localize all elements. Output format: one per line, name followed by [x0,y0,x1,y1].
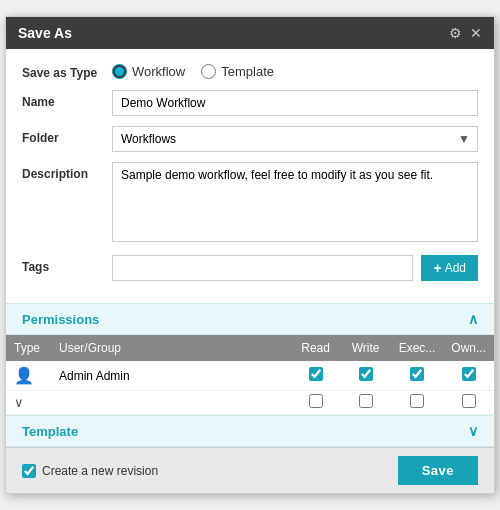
name-input[interactable] [112,90,478,116]
col-type-header: Type [6,335,51,361]
folder-select-wrapper: Workflows Templates My Workflows ▼ [112,126,478,152]
workflow-label: Workflow [132,64,185,79]
tags-control: + Add [112,255,478,281]
save-as-type-row: Save as Type Workflow Template [22,61,478,80]
plus-icon: + [433,260,441,276]
header-icons: ⚙ ✕ [449,25,482,41]
name-label: Name [22,90,112,109]
description-control: Sample demo workflow, feel free to modif… [112,162,478,245]
tags-input[interactable] [112,255,413,281]
save-as-type-label: Save as Type [22,61,112,80]
add-tag-button[interactable]: + Add [421,255,478,281]
empty-user-cell [51,391,291,415]
permissions-collapse-icon: ∧ [468,311,478,327]
permissions-table-header-row: Type User/Group Read Write Exec... Own..… [6,335,494,361]
template-radio[interactable] [201,64,216,79]
tags-input-row: + Add [112,255,478,281]
dialog-header: Save As ⚙ ✕ [6,17,494,49]
col-read-header: Read [291,335,341,361]
write-cell [341,361,391,391]
revision-checkbox-label[interactable]: Create a new revision [22,464,158,478]
col-own-header: Own... [443,335,494,361]
type-cell: 👤 [6,361,51,391]
expand-cell: ∨ [6,391,51,415]
empty-own-cell [443,391,494,415]
col-exec-header: Exec... [391,335,444,361]
workflow-radio[interactable] [112,64,127,79]
revision-checkbox[interactable] [22,464,36,478]
template-title: Template [22,424,78,439]
col-write-header: Write [341,335,391,361]
exec-checkbox[interactable] [410,367,424,381]
dialog-footer: Create a new revision Save [6,447,494,493]
dialog-title: Save As [18,25,72,41]
save-button[interactable]: Save [398,456,478,485]
folder-select[interactable]: Workflows Templates My Workflows [112,126,478,152]
description-label: Description [22,162,112,181]
save-as-type-control: Workflow Template [112,61,478,79]
user-icon: 👤 [14,367,34,384]
gear-icon[interactable]: ⚙ [449,25,462,41]
permissions-section-header[interactable]: Permissions ∧ [6,303,494,335]
own-checkbox-2[interactable] [462,394,476,408]
name-row: Name [22,90,478,116]
description-input[interactable]: Sample demo workflow, feel free to modif… [112,162,478,242]
workflow-radio-label[interactable]: Workflow [112,64,185,79]
add-button-label: Add [445,261,466,275]
description-row: Description Sample demo workflow, feel f… [22,162,478,245]
close-icon[interactable]: ✕ [470,25,482,41]
exec-checkbox-2[interactable] [410,394,424,408]
own-cell [443,361,494,391]
save-as-dialog: Save As ⚙ ✕ Save as Type Workflow Templa… [5,16,495,494]
permissions-table: Type User/Group Read Write Exec... Own..… [6,335,494,415]
folder-control: Workflows Templates My Workflows ▼ [112,126,478,152]
revision-label: Create a new revision [42,464,158,478]
dialog-body: Save as Type Workflow Template Name Fold… [6,49,494,303]
exec-cell [391,361,444,391]
table-row: 👤 Admin Admin [6,361,494,391]
empty-exec-cell [391,391,444,415]
read-checkbox[interactable] [309,367,323,381]
folder-label: Folder [22,126,112,145]
read-cell [291,361,341,391]
user-group-cell: Admin Admin [51,361,291,391]
table-row: ∨ [6,391,494,415]
template-section-header[interactable]: Template ∨ [6,415,494,447]
expand-icon[interactable]: ∨ [14,395,24,410]
write-checkbox-2[interactable] [359,394,373,408]
template-expand-icon: ∨ [468,423,478,439]
own-checkbox[interactable] [462,367,476,381]
folder-row: Folder Workflows Templates My Workflows … [22,126,478,152]
col-user-group-header: User/Group [51,335,291,361]
tags-label: Tags [22,255,112,274]
empty-read-cell [291,391,341,415]
template-radio-label[interactable]: Template [201,64,274,79]
template-label: Template [221,64,274,79]
permissions-title: Permissions [22,312,99,327]
user-name: Admin Admin [59,369,130,383]
empty-write-cell [341,391,391,415]
tags-row: Tags + Add [22,255,478,281]
write-checkbox[interactable] [359,367,373,381]
name-control [112,90,478,116]
read-checkbox-2[interactable] [309,394,323,408]
